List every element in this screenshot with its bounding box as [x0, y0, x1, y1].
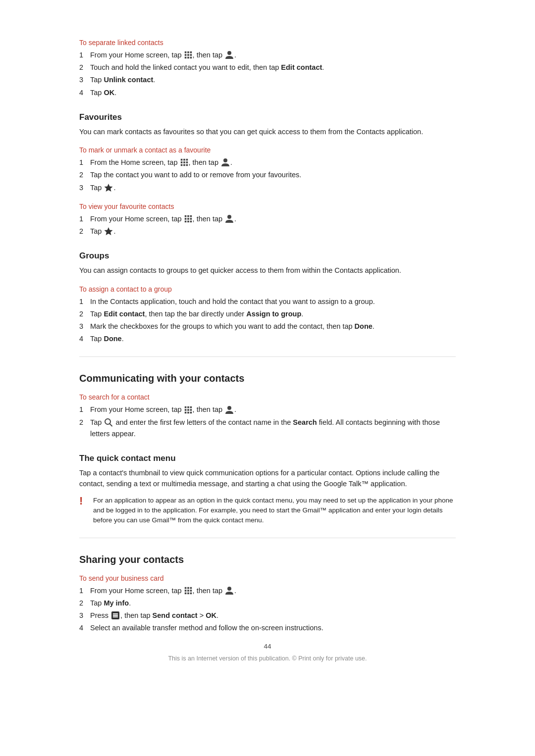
svg-rect-44	[184, 587, 186, 589]
svg-rect-45	[187, 587, 189, 589]
exclamation-icon: !	[79, 495, 88, 507]
step-item: 2 Tap My info.	[79, 598, 456, 609]
svg-rect-48	[187, 590, 189, 592]
grid-icon	[184, 214, 193, 223]
assign-group-steps: 1 In the Contacts application, touch and…	[79, 296, 456, 345]
favourites-heading: Favourites	[79, 112, 456, 122]
sharing-section: Sharing your contacts To send your busin…	[79, 554, 456, 634]
separate-linked-heading: To separate linked contacts	[79, 39, 456, 47]
quick-menu-heading: The quick contact menu	[79, 454, 456, 463]
mark-unmark-heading: To mark or unmark a contact as a favouri…	[79, 146, 456, 154]
person-icon	[224, 405, 234, 415]
step-item: 3 Tap Unlink contact.	[79, 74, 456, 86]
svg-marker-31	[105, 227, 113, 235]
search-contact-steps: 1 From your Home screen, tap , then tap …	[79, 404, 456, 440]
step-item: 1 In the Contacts application, touch and…	[79, 296, 456, 307]
step-item: 2 Touch and hold the linked contact you …	[79, 62, 456, 73]
svg-rect-52	[190, 592, 192, 594]
svg-rect-50	[184, 592, 186, 594]
svg-rect-25	[187, 218, 189, 220]
favourites-section: Favourites You can mark contacts as favo…	[79, 112, 456, 237]
grid-icon	[184, 405, 193, 414]
svg-rect-21	[184, 215, 186, 217]
svg-rect-34	[190, 406, 192, 408]
svg-rect-27	[184, 221, 186, 223]
svg-rect-13	[180, 162, 182, 164]
favourites-body: You can mark contacts as favourites so t…	[79, 126, 456, 137]
grid-icon	[180, 158, 189, 167]
svg-rect-18	[186, 164, 188, 166]
svg-rect-28	[187, 221, 189, 223]
business-card-heading: To send your business card	[79, 574, 456, 582]
star-icon	[104, 183, 113, 193]
grid-icon	[184, 50, 193, 59]
svg-rect-56	[113, 615, 118, 616]
svg-rect-32	[184, 406, 186, 408]
svg-rect-2	[190, 51, 192, 53]
svg-rect-47	[184, 590, 186, 592]
quick-menu-section: The quick contact menu Tap a contact's t…	[79, 454, 456, 526]
mark-unmark-steps: 1 From the Home screen, tap , then tap .…	[79, 157, 456, 194]
svg-rect-7	[187, 57, 189, 59]
assign-group-heading: To assign a contact to a group	[79, 285, 456, 293]
groups-section: Groups You can assign contacts to groups…	[79, 251, 456, 345]
svg-rect-36	[187, 409, 189, 411]
svg-rect-5	[190, 54, 192, 56]
svg-rect-10	[180, 159, 182, 161]
communicating-section: Communicating with your contacts To sear…	[79, 373, 456, 525]
svg-rect-23	[190, 215, 192, 217]
svg-rect-6	[184, 57, 186, 59]
communicating-heading: Communicating with your contacts	[79, 373, 456, 384]
svg-rect-49	[190, 590, 192, 592]
svg-rect-17	[183, 164, 185, 166]
person-icon	[224, 586, 234, 596]
search-icon	[104, 417, 113, 427]
svg-rect-33	[187, 406, 189, 408]
groups-heading: Groups	[79, 251, 456, 261]
svg-line-43	[110, 424, 112, 426]
groups-body: You can assign contacts to groups to get…	[79, 265, 456, 276]
step-item: 1 From your Home screen, tap , then tap …	[79, 404, 456, 415]
svg-point-19	[223, 158, 227, 162]
step-item: 2 Tap and enter the first few letters of…	[79, 417, 456, 440]
svg-rect-4	[187, 54, 189, 56]
svg-point-9	[227, 51, 231, 55]
person-icon	[224, 214, 234, 224]
svg-rect-15	[186, 162, 188, 164]
step-item: 4 Tap Done.	[79, 333, 456, 345]
svg-rect-37	[190, 409, 192, 411]
svg-rect-46	[190, 587, 192, 589]
section-divider	[79, 356, 456, 357]
step-item: 4 Tap OK.	[79, 87, 456, 99]
step-item: 3 Mark the checkboxes for the groups to …	[79, 321, 456, 332]
svg-rect-35	[184, 409, 186, 411]
svg-rect-55	[113, 613, 118, 614]
separate-linked-steps: 1 From your Home screen, tap , then tap …	[79, 50, 456, 99]
svg-rect-0	[184, 51, 186, 53]
menu-icon	[110, 610, 120, 620]
note-text: For an application to appear as an optio…	[93, 496, 456, 526]
quick-menu-body: Tap a contact's thumbnail to view quick …	[79, 467, 456, 490]
svg-rect-39	[187, 411, 189, 413]
svg-rect-16	[180, 164, 182, 166]
business-card-steps: 1 From your Home screen, tap , then tap …	[79, 585, 456, 634]
view-favourites-heading: To view your favourite contacts	[79, 202, 456, 210]
step-item: 1 From your Home screen, tap , then tap …	[79, 213, 456, 225]
note-block: ! For an application to appear as an opt…	[79, 496, 456, 526]
svg-rect-12	[186, 159, 188, 161]
svg-rect-26	[190, 218, 192, 220]
step-item: 2 Tap .	[79, 226, 456, 237]
svg-rect-38	[184, 411, 186, 413]
svg-point-53	[227, 587, 231, 591]
svg-rect-3	[184, 54, 186, 56]
separate-linked-section: To separate linked contacts 1 From your …	[79, 39, 456, 99]
svg-point-41	[227, 406, 231, 410]
svg-rect-14	[183, 162, 185, 164]
svg-rect-51	[187, 592, 189, 594]
footer-note: This is an Internet version of this publ…	[79, 655, 456, 662]
grid-icon	[184, 586, 193, 595]
step-item: 3 Tap .	[79, 182, 456, 194]
svg-rect-11	[183, 159, 185, 161]
svg-rect-8	[190, 57, 192, 59]
step-item: 2 Tap Edit contact, then tap the bar dir…	[79, 308, 456, 320]
